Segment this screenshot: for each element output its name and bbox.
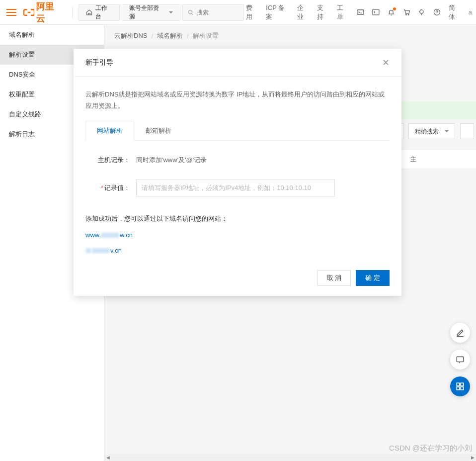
grid-icon [456,382,465,391]
host-label: 主机记录： [85,156,130,165]
tab-mail-resolve[interactable]: 邮箱解析 [134,121,183,140]
domain-link-2[interactable]: v.cn [85,247,390,254]
beginner-guide-modal: 新手引导 ✕ 云解析DNS就是指把网站域名或应用资源转换为数字 IP地址，从而将… [74,49,401,296]
close-icon[interactable]: ✕ [382,57,390,68]
horizontal-scrollbar[interactable]: ◀ ▶ [104,454,476,461]
svg-rect-11 [461,387,464,390]
modal-tabs: 网站解析 邮箱解析 [85,121,390,141]
modal-title: 新手引导 [85,58,113,67]
chat-icon [456,355,465,364]
host-value: 同时添加'www'及'@'记录 [136,156,207,165]
svg-rect-9 [461,383,464,386]
float-chat-button[interactable] [450,350,470,369]
form-row-record: *记录值： [85,180,390,196]
record-value-input[interactable] [136,180,335,196]
tab-label: 邮箱解析 [146,127,171,134]
modal-description: 云解析DNS就是指把网站域名或应用资源转换为数字 IP地址，从而将最终用户的访问… [85,89,390,112]
form-row-host: 主机记录： 同时添加'www'及'@'记录 [85,156,390,165]
cancel-button[interactable]: 取 消 [317,270,351,286]
modal-footer: 取 消 确 定 [74,262,401,296]
tab-website-resolve[interactable]: 网站解析 [85,121,134,141]
success-note: 添加成功后，您可以通过以下域名访问您的网站： [85,214,390,223]
scroll-left-arrow-icon[interactable]: ◀ [104,454,111,461]
modal-header: 新手引导 ✕ [74,49,401,77]
redacted [86,248,91,253]
svg-rect-8 [457,383,460,386]
redacted [92,248,110,253]
scroll-right-arrow-icon[interactable]: ▶ [469,454,476,461]
record-label: *记录值： [85,184,130,192]
domain-link-1[interactable]: www.w.cn [85,231,390,239]
float-edit-button[interactable] [450,323,470,343]
tab-label: 网站解析 [97,127,123,134]
svg-rect-7 [457,357,464,362]
svg-rect-10 [457,387,460,390]
pencil-icon [456,328,465,337]
redacted [101,233,119,238]
confirm-button[interactable]: 确 定 [356,270,390,286]
float-apps-button[interactable] [450,376,470,396]
